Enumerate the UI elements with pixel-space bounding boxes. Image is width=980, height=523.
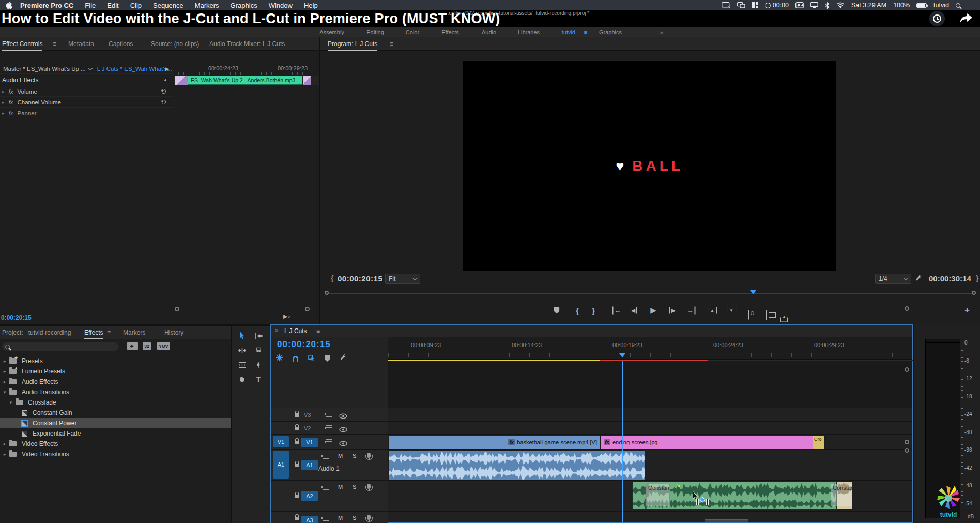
mute-button[interactable]: M [338,453,343,459]
menu-help[interactable]: Help [304,2,318,9]
button-editor-plus[interactable]: + [964,305,970,316]
tree-item-audio-effects[interactable]: ▸ Audio Effects [0,377,231,387]
video-transition-cross-dissolve[interactable]: Cro [813,436,824,449]
workspace-menu-icon[interactable]: ≡ [584,29,587,35]
track-target-a1[interactable]: A1 [301,460,318,470]
track-label-v2[interactable]: V2 [304,425,311,431]
reset-icon[interactable] [161,100,166,104]
ec-mini-ruler[interactable] [178,72,312,75]
menu-edit[interactable]: Edit [107,2,118,9]
razor-tool[interactable] [253,345,264,356]
timeline-scroll-knob[interactable] [905,367,909,372]
track-target-a3[interactable]: A3 [301,516,318,523]
selection-tool[interactable] [236,330,248,341]
clip-ending-screen[interactable]: fx ending-screen.jpg Cro [600,436,825,449]
program-scrubber[interactable] [329,293,972,294]
tab-audio-track-mixer[interactable]: Audio Track Mixer: L J Cuts [209,40,285,48]
export-frame-button[interactable] [748,310,749,320]
voiceover-mic-icon[interactable] [367,453,371,458]
extract-button[interactable]: ▼ [727,307,736,314]
tree-item-presets[interactable]: ▸ ★ Presets [0,356,231,366]
lock-icon[interactable] [295,464,299,467]
source-patch-v1[interactable]: V1 [273,436,289,447]
tab-metadata[interactable]: Metadata [68,40,94,48]
collapse-icon[interactable]: ▲ [163,78,167,82]
sequence-clip-label[interactable]: L J Cuts * ES_Wah What's... [97,66,172,72]
audio-fade-segment[interactable] [303,76,311,85]
linked-selection-icon[interactable] [308,354,315,363]
workspace-audio[interactable]: Audio [482,29,496,35]
display-capture-icon[interactable] [722,2,730,8]
track-target-a2[interactable]: A2 [301,491,318,501]
lift-button[interactable]: ▲ [708,307,717,314]
menu-file[interactable]: File [85,2,96,9]
tab-project[interactable]: Project: _tutvid-recording [2,329,71,336]
tree-item-lumetri-presets[interactable]: ▸ ★ Lumetri Presets [0,366,231,377]
play-audition-icon[interactable]: ▶ [165,66,169,71]
tree-item-video-transitions[interactable]: ▸ Video Transitions [0,449,231,459]
workspace-libraries[interactable]: Libraries [518,29,540,35]
caret-right-icon[interactable]: ▸ [2,369,7,374]
track-select-forward-tool[interactable] [253,330,264,341]
caret-right-icon[interactable]: ▸ [2,452,7,457]
sync-lock-icon[interactable] [323,485,329,490]
panel-menu-icon[interactable]: ≡ [316,327,320,335]
voiceover-mic-icon[interactable] [367,515,371,520]
source-patch-a1[interactable]: A1 [273,451,289,479]
snap-magnet-icon[interactable] [293,356,298,362]
watch-later-button[interactable] [929,11,945,26]
lock-icon[interactable] [295,495,299,498]
caret-down-icon[interactable]: ▾ [8,400,13,405]
ec-hscroll-knob[interactable] [305,307,310,311]
caret-right-icon[interactable]: ▸ [2,89,5,94]
search-input[interactable] [12,343,105,350]
workspace-graphics[interactable]: Graphics [599,29,622,35]
spotlight-search-icon[interactable] [956,3,960,8]
tab-markers[interactable]: Markers [123,329,145,336]
ec-audio-clip[interactable]: ES_Wah What's Up 2 - Anders Bothén.mp3 [188,76,302,85]
toggle-track-output-eye-icon[interactable] [339,439,347,449]
play-audio-icon[interactable]: ▶♪ [283,313,290,320]
panel-splitter[interactable] [174,51,174,324]
sync-lock-icon[interactable] [323,454,329,459]
tree-item-crossfade[interactable]: ▾ Crossfade [0,397,231,408]
tab-program[interactable]: Program: L J Cuts [328,40,377,48]
workspace-color[interactable]: Color [406,29,419,35]
audio-transition-constant-power-right[interactable]: Constant [831,484,852,506]
sync-lock-icon[interactable] [326,412,332,417]
step-forward-button[interactable]: ▶ [669,307,676,314]
app-menu-title[interactable]: Premiere Pro CC [20,2,73,9]
ec-timecode[interactable]: 0:00:20:15 [1,314,32,321]
tab-history[interactable]: History [164,329,183,336]
zoom-level-select[interactable]: Fit [385,274,420,284]
lock-icon[interactable] [295,441,299,444]
recording-timer[interactable]: 00:00 [765,2,789,9]
apple-icon[interactable] [6,2,13,9]
caret-right-icon[interactable]: ▸ [2,111,5,116]
slip-tool[interactable] [236,359,248,370]
lock-icon[interactable] [295,427,299,430]
track-name[interactable]: Audio 1 [318,465,340,472]
master-clip-label[interactable]: Master * ES_Wah What's Up ... [3,66,86,72]
track-lane-v3[interactable] [388,408,912,422]
tab-effect-controls[interactable]: Effect Controls [2,40,42,48]
menu-clip[interactable]: Clip [130,2,142,9]
pen-tool[interactable] [253,359,264,370]
program-playhead[interactable] [750,290,756,297]
settings-wrench-icon[interactable] [915,274,923,283]
toggle-track-output-eye-icon[interactable] [339,425,347,435]
new-preset-bin-icon[interactable] [127,342,138,350]
tree-item-constant-power[interactable]: Constant Power [0,418,231,428]
airplay-icon[interactable] [810,2,818,8]
track-label-v3[interactable]: V3 [304,412,311,418]
ripple-edit-tool[interactable] [236,345,248,356]
window-tiles-icon[interactable] [752,2,758,8]
menu-sequence[interactable]: Sequence [153,2,183,9]
play-button[interactable]: ▶ [650,306,656,315]
sync-lock-icon[interactable] [326,425,332,430]
clip-basketball-game-scene[interactable]: fx basketball-game-scene.mp4 [V] [388,436,600,449]
step-back-button[interactable]: ◀ [631,307,637,314]
export-button[interactable]: ▲ [780,318,788,322]
lock-icon[interactable] [295,517,299,520]
audio-fade-segment[interactable] [175,76,188,85]
